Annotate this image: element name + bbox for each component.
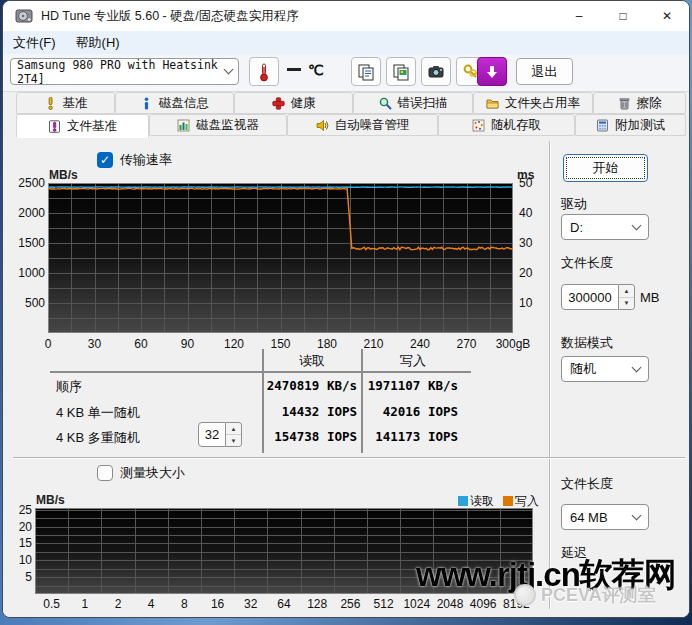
start-button[interactable]: 开始 [563,154,648,182]
menu-file[interactable]: 文件(F) [3,34,66,52]
tick-label: 1000 [18,266,45,280]
table-read-value: 14432 IOPS [265,404,357,419]
tick-label: 1 [81,597,88,611]
legend-read-swatch [458,496,468,506]
data-mode-value: 随机 [570,360,596,378]
tick-label: 270 [456,337,476,351]
tick-label: 512 [374,597,394,611]
stepper-down-icon[interactable]: ▼ [619,298,634,310]
tick-label: 30 [88,337,101,351]
exit-button[interactable]: 退出 [516,58,573,85]
benchmark-icon [44,97,57,110]
tab-label: 错误扫描 [398,95,448,112]
checkbox-checked-icon: ✓ [97,152,113,168]
temperature-button[interactable] [249,57,279,86]
tick-label: 15 [19,536,32,550]
tick-label: 1024 [403,597,430,611]
block-size-checkbox[interactable]: 测量块大小 [97,464,185,482]
thermometer-icon [258,62,270,82]
file-length-unit: MB [640,290,660,305]
tick-label: 2048 [437,597,464,611]
title-bar: HD Tune 专业版 5.60 - 硬盘/固态硬盘实用程序 – □ ✕ [3,1,689,31]
table-line [361,349,363,453]
copy-image-button[interactable] [386,57,416,86]
copy-image-icon [392,63,410,81]
maximize-button[interactable]: □ [601,1,645,31]
tick-label: 10 [519,296,532,310]
drive-selector[interactable]: Samsung 980 PRO with Heatsink 2T4] [10,58,239,85]
tick-label: 180 [317,337,337,351]
copy-text-button[interactable] [351,57,381,86]
tick-label: 4096 [470,597,497,611]
app-window: HD Tune 专业版 5.60 - 硬盘/固态硬盘实用程序 – □ ✕ 文件(… [2,0,690,618]
table-col-read: 读取 [264,352,360,370]
error-scan-icon [379,97,392,110]
tick-label: 60 [134,337,147,351]
tick-label: 30 [519,236,532,250]
tab-extra-tests[interactable]: 附加测试 [575,114,686,136]
tab-label: 健康 [291,95,316,112]
tab-label: 自动噪音管理 [335,117,410,134]
legend-read-label: 读取 [470,494,494,508]
transfer-rate-checkbox[interactable]: ✓ 传输速率 [97,151,172,169]
screenshot-button[interactable] [421,57,451,86]
tick-label: 8 [181,597,188,611]
tab-label: 随机存取 [491,117,541,134]
queue-depth-stepper[interactable]: 32 ▲▼ [198,422,242,447]
y-axis-unit-left: MB/s [49,168,78,182]
stepper-up-icon[interactable]: ▲ [619,285,634,298]
tick-label: 150 [270,337,290,351]
table-write-value: 141173 IOPS [366,429,458,444]
file-length2-dropdown[interactable]: 64 MB [561,504,649,530]
tab-label: 磁盘监视器 [196,117,259,134]
tab-label: 文件基准 [67,118,117,135]
close-button[interactable]: ✕ [645,1,689,31]
tick-label: 5 [25,570,32,584]
minimize-button[interactable]: – [557,1,601,31]
tick-label: 64 [277,597,290,611]
save-results-button[interactable] [477,57,507,86]
tab-file-benchmark[interactable]: 文件基准 [16,114,149,138]
table-line [262,349,264,453]
drive-dropdown[interactable]: D: [561,214,649,240]
tab-disk-info[interactable]: 磁盘信息 [115,92,234,114]
checkbox-label: 测量块大小 [120,464,185,482]
drive-selector-value: Samsung 980 PRO with Heatsink 2T4] [17,58,225,86]
tick-label: 128 [307,597,327,611]
drive-dropdown-value: D: [570,220,583,235]
table-read-value: 2470819 KB/s [265,378,357,393]
tab-random-access[interactable]: 随机存取 [438,114,575,136]
table-row-label: 4 KB 单一随机 [56,404,140,422]
tab-erase[interactable]: 擦除 [593,92,686,114]
tab-health[interactable]: 健康 [234,92,353,114]
tick-label: 300gB [496,337,531,351]
tick-label: 256 [340,597,360,611]
file-length-stepper[interactable]: 300000 ▲▼ [561,284,635,310]
tick-label: 1500 [18,236,45,250]
chevron-down-icon [632,362,642,372]
tick-label: 40 [519,206,532,220]
tab-disk-monitor[interactable]: 磁盘监视器 [149,114,287,136]
table-read-value: 154738 IOPS [265,429,357,444]
tab-benchmark[interactable]: 基准 [16,92,115,114]
transfer-rate-chart [48,183,513,333]
save-download-icon [484,64,500,80]
tick-label: 2500 [18,176,45,190]
panel-divider-vertical [549,141,551,609]
tab-bar: 基准 磁盘信息 健康 错误扫描 文件夹占用率 擦除 文件基准 磁盘监视器 [3,92,689,138]
chevron-down-icon [632,220,642,230]
legend-write-swatch [503,496,513,506]
tick-label: 240 [410,337,430,351]
stepper-down-icon[interactable]: ▼ [226,435,241,446]
tab-folder-usage[interactable]: 文件夹占用率 [473,92,593,114]
data-mode-dropdown[interactable]: 随机 [561,356,649,382]
tab-aam[interactable]: 自动噪音管理 [287,114,438,136]
tick-label: 10 [19,553,32,567]
menu-help[interactable]: 帮助(H) [66,34,130,52]
stepper-up-icon[interactable]: ▲ [226,423,241,435]
tick-label: 0.5 [43,597,60,611]
tab-label: 文件夹占用率 [505,95,580,112]
copy-text-icon [357,63,375,81]
folder-usage-icon [486,97,499,110]
tab-error-scan[interactable]: 错误扫描 [353,92,473,114]
